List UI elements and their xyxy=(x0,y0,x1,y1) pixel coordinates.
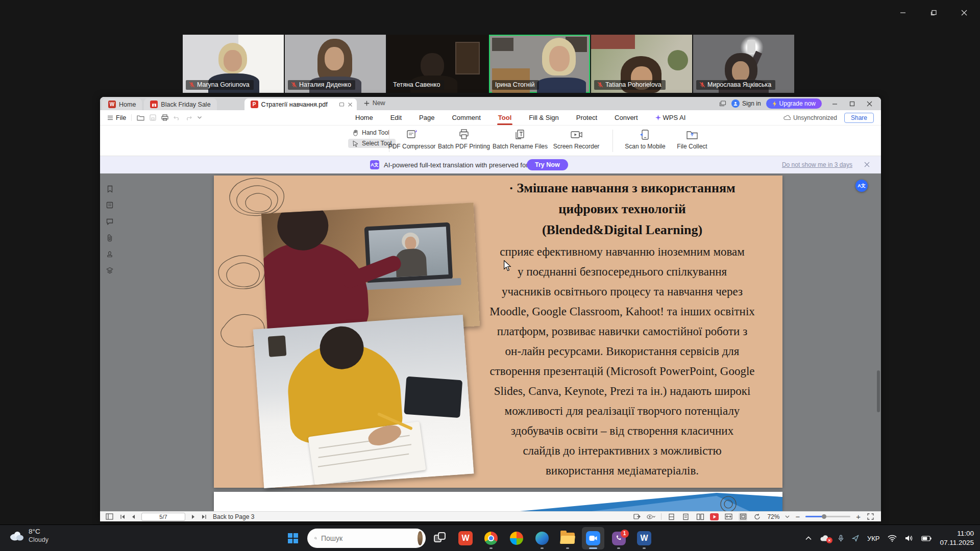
batch-rename-files-button[interactable]: Batch Rename Files xyxy=(490,129,550,150)
new-tab-button[interactable]: New xyxy=(364,97,385,110)
participant-tile[interactable]: Тетяна Савенко xyxy=(387,35,488,93)
share-button[interactable]: Share xyxy=(844,113,874,123)
menu-item-edit[interactable]: Edit xyxy=(389,111,403,124)
taskbar-app-file-explorer[interactable] xyxy=(556,527,579,549)
sidebar-toggle-icon[interactable] xyxy=(105,513,114,521)
batch-pdf-printing-button[interactable]: Batch PDF Printing xyxy=(436,129,492,150)
menu-item-fill-sign[interactable]: Fill & Sign xyxy=(528,111,560,124)
taskbar-app-viber[interactable]: 1 xyxy=(607,527,630,549)
participant-tile-active-speaker[interactable]: Ірина Стогній xyxy=(489,35,590,93)
save-icon[interactable] xyxy=(150,114,156,121)
zoom-slider[interactable] xyxy=(805,516,850,517)
scrollbar-thumb[interactable] xyxy=(877,370,880,412)
fit-width-icon[interactable] xyxy=(724,513,733,521)
try-now-button[interactable]: Try Now xyxy=(527,159,568,170)
close-icon[interactable] xyxy=(862,98,877,109)
participant-tile[interactable]: Tatiana Pohorielova xyxy=(591,35,692,93)
attachment-icon[interactable] xyxy=(104,234,115,242)
close-icon[interactable] xyxy=(864,161,870,169)
weather-widget[interactable]: 8°C Cloudy xyxy=(8,528,48,544)
dismiss-link[interactable]: Do not show me in 3 days xyxy=(782,161,852,168)
rotate-icon[interactable] xyxy=(753,513,762,521)
taskbar-app-word[interactable]: W xyxy=(633,527,655,549)
menu-item-comment[interactable]: Comment xyxy=(451,111,481,124)
single-page-view-icon[interactable] xyxy=(667,513,676,521)
language-indicator[interactable]: УКР xyxy=(867,535,880,542)
chevron-down-icon[interactable] xyxy=(785,515,790,518)
menu-item-wps-ai[interactable]: WPS AI xyxy=(654,111,687,124)
wifi-icon[interactable] xyxy=(888,535,897,542)
print-icon[interactable] xyxy=(161,114,168,121)
zoom-in-button[interactable]: + xyxy=(856,512,861,521)
minimize-button[interactable] xyxy=(891,4,915,21)
menu-item-convert[interactable]: Convert xyxy=(614,111,639,124)
layers-icon[interactable] xyxy=(104,266,115,274)
taskbar-app-chrome[interactable] xyxy=(480,527,502,549)
menu-item-protect[interactable]: Protect xyxy=(575,111,598,124)
taskbar-app-browser2[interactable] xyxy=(505,527,528,549)
read-mode-button[interactable] xyxy=(647,513,655,521)
battery-icon[interactable] xyxy=(921,536,932,541)
fullscreen-icon[interactable] xyxy=(866,513,875,521)
participant-tile[interactable]: Мирослава Яцківська xyxy=(693,35,794,93)
menu-item-page[interactable]: Page xyxy=(418,111,435,124)
fit-page-icon[interactable] xyxy=(739,513,747,521)
scan-to-mobile-button[interactable]: Scan to Mobile xyxy=(620,129,671,150)
restore-button[interactable] xyxy=(844,98,860,109)
play-slideshow-button[interactable] xyxy=(710,513,719,520)
tab-window-icon[interactable] xyxy=(339,102,345,107)
participant-tile[interactable]: Наталия Диденко xyxy=(285,35,386,93)
first-page-button[interactable] xyxy=(120,514,125,519)
search-input[interactable] xyxy=(321,534,413,542)
zoom-out-button[interactable]: − xyxy=(795,512,800,521)
search-highlight-image[interactable] xyxy=(418,531,423,545)
bookmark-icon[interactable] xyxy=(104,185,115,193)
hidden-icons-chevron[interactable] xyxy=(805,536,812,540)
sync-status[interactable]: Unsynchronized xyxy=(783,114,837,121)
clock-widget[interactable]: 11:00 07.11.2025 xyxy=(940,529,974,547)
undo-icon[interactable] xyxy=(174,115,180,121)
taskbar-app-wps-office[interactable]: W xyxy=(454,527,477,549)
file-menu[interactable]: File xyxy=(100,114,131,121)
windows-stack-icon[interactable] xyxy=(719,101,726,107)
screen-recorder-button[interactable]: Screen Recorder xyxy=(548,129,604,150)
tab-document-active[interactable]: P Стратегії навчання.pdf xyxy=(244,98,357,110)
chevron-down-icon[interactable] xyxy=(197,116,202,119)
taskbar-search[interactable] xyxy=(307,529,426,548)
comment-icon[interactable] xyxy=(104,217,115,226)
export-icon[interactable] xyxy=(632,513,641,521)
close-icon[interactable] xyxy=(952,4,976,21)
minimize-button[interactable] xyxy=(827,98,842,109)
pdf-compressor-button[interactable]: PDF Compressor xyxy=(387,129,436,150)
taskbar-app-zoom-active[interactable] xyxy=(582,527,604,549)
redo-icon[interactable] xyxy=(185,115,192,121)
microphone-icon[interactable] xyxy=(838,535,844,542)
two-page-view-icon[interactable] xyxy=(696,513,704,521)
thumbnails-icon[interactable] xyxy=(104,201,115,209)
menu-item-home[interactable]: Home xyxy=(354,111,374,124)
page-indicator[interactable]: 5/7 xyxy=(141,513,185,521)
back-to-page-link[interactable]: Back to Page 3 xyxy=(213,513,254,520)
task-view-button[interactable] xyxy=(429,527,451,549)
tab-home[interactable]: W Home xyxy=(102,98,142,110)
previous-page-button[interactable] xyxy=(131,514,135,519)
last-page-button[interactable] xyxy=(202,514,207,519)
menu-item-tool-active[interactable]: Tool xyxy=(497,111,512,124)
maximize-button[interactable] xyxy=(922,4,945,21)
participant-tile[interactable]: Maryna Goriunova xyxy=(183,35,284,93)
start-button[interactable] xyxy=(282,527,304,549)
upgrade-button[interactable]: Upgrade now xyxy=(766,98,822,109)
open-folder-icon[interactable] xyxy=(137,114,144,121)
stamp-icon[interactable] xyxy=(104,250,115,258)
zoom-percent[interactable]: 72% xyxy=(767,513,779,520)
taskbar-app-edge[interactable] xyxy=(531,527,553,549)
page-notes-view-icon[interactable] xyxy=(681,513,690,521)
vertical-scrollbar[interactable] xyxy=(877,173,880,511)
file-collect-button[interactable]: File Collect xyxy=(671,129,714,150)
zoom-slider-thumb[interactable] xyxy=(822,514,826,519)
tab-black-friday-sale[interactable]: Black Friday Sale xyxy=(144,98,216,110)
sign-in-button[interactable]: Sign in xyxy=(731,99,761,108)
wps-ai-float-button[interactable]: A文 xyxy=(855,180,868,192)
volume-icon[interactable] xyxy=(905,535,913,542)
location-icon[interactable] xyxy=(852,535,859,542)
